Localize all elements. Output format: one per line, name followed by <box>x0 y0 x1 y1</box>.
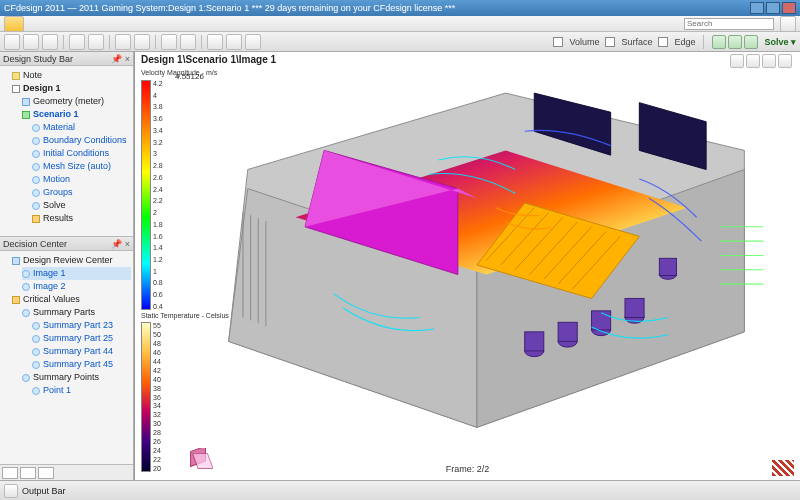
new-button[interactable] <box>4 34 20 50</box>
tree-design[interactable]: Design 1 <box>23 83 61 93</box>
points-icon <box>22 374 30 382</box>
ic-icon <box>32 150 40 158</box>
tree-results[interactable]: Results <box>43 213 73 223</box>
frame-indicator: Frame: 2/2 <box>446 464 490 474</box>
tree-sp23[interactable]: Summary Part 23 <box>43 320 113 330</box>
tree-summary-points[interactable]: Summary Points <box>33 372 99 382</box>
decision-header[interactable]: Decision Center 📌 × <box>0 237 133 251</box>
temperature-legend[interactable]: 5550484644424038363432302826242220 <box>141 322 171 472</box>
review-icon <box>12 257 20 265</box>
tree-initial[interactable]: Initial Conditions <box>43 148 109 158</box>
close-button[interactable] <box>782 2 796 14</box>
render-scene[interactable] <box>181 74 792 456</box>
redo-button[interactable] <box>88 34 104 50</box>
tree-summary-parts[interactable]: Summary Parts <box>33 307 95 317</box>
svg-rect-21 <box>625 298 644 317</box>
solve-label[interactable]: Solve ▾ <box>764 37 796 47</box>
tree-material[interactable]: Material <box>43 122 75 132</box>
window-title: CFdesign 2011 — 2011 Gaming System:Desig… <box>4 3 455 13</box>
results-button[interactable] <box>180 34 196 50</box>
tree-note[interactable]: Note <box>23 70 42 80</box>
solve-icon <box>32 202 40 210</box>
note-icon <box>12 72 20 80</box>
velocity-ticks: 4.243.83.63.43.232.82.62.42.221.81.61.41… <box>151 80 163 310</box>
surface-checkbox[interactable] <box>605 37 615 47</box>
maximize-button[interactable] <box>766 2 780 14</box>
3d-viewport[interactable]: Design 1\Scenario 1\Image 1 Velocity Mag… <box>134 52 800 480</box>
iso-button[interactable] <box>226 34 242 50</box>
parts-icon <box>22 309 30 317</box>
tree-scenario[interactable]: Scenario 1 <box>33 109 79 119</box>
output-toggle-icon[interactable] <box>4 484 18 498</box>
tree-image2[interactable]: Image 2 <box>33 281 66 291</box>
volume-checkbox[interactable] <box>553 37 563 47</box>
decision-tree[interactable]: Design Review Center Image 1 Image 2 Cri… <box>0 251 133 464</box>
vp-tool-4[interactable] <box>778 54 792 68</box>
temperature-ticks: 5550484644424038363432302826242220 <box>151 322 161 472</box>
part-icon <box>32 335 40 343</box>
tree-sp45[interactable]: Summary Part 45 <box>43 359 113 369</box>
critical-icon <box>12 296 20 304</box>
undo-button[interactable] <box>69 34 85 50</box>
save-button[interactable] <box>42 34 58 50</box>
tree-motion[interactable]: Motion <box>43 174 70 184</box>
tree-groups[interactable]: Groups <box>43 187 73 197</box>
minimize-button[interactable] <box>750 2 764 14</box>
view-button[interactable] <box>115 34 131 50</box>
part-icon <box>32 348 40 356</box>
solve-prev-button[interactable] <box>712 35 726 49</box>
tree-sp25[interactable]: Summary Part 25 <box>43 333 113 343</box>
design-tree[interactable]: Note Design 1 Geometry (meter) Scenario … <box>0 66 133 236</box>
edge-checkbox[interactable] <box>658 37 668 47</box>
tree-critical[interactable]: Critical Values <box>23 294 80 304</box>
panel-pin-icon[interactable]: 📌 × <box>111 54 130 64</box>
mesh-icon <box>32 163 40 171</box>
mesh-button[interactable] <box>161 34 177 50</box>
solve-play-button[interactable] <box>728 35 742 49</box>
design-icon <box>12 85 20 93</box>
decision-pin-icon[interactable]: 📌 × <box>111 239 130 249</box>
tree-review[interactable]: Design Review Center <box>23 255 113 265</box>
tree-solve[interactable]: Solve <box>43 200 66 210</box>
status-bar: Output Bar <box>0 480 800 500</box>
tree-mesh[interactable]: Mesh Size (auto) <box>43 161 111 171</box>
tree-geometry[interactable]: Geometry (meter) <box>33 96 104 106</box>
viewport-toolbar <box>730 54 792 68</box>
solve-next-button[interactable] <box>744 35 758 49</box>
output-bar-label[interactable]: Output Bar <box>22 486 66 496</box>
sidebar-tab-3[interactable] <box>38 467 54 479</box>
surface-label: Surface <box>621 37 652 47</box>
tree-point1[interactable]: Point 1 <box>43 385 71 395</box>
vendor-logo <box>772 460 794 476</box>
vp-tool-1[interactable] <box>730 54 744 68</box>
sidebar-tab-2[interactable] <box>20 467 36 479</box>
design-study-title: Design Study Bar <box>3 54 73 64</box>
temperature-colorbar <box>141 322 151 472</box>
edge-label: Edge <box>674 37 695 47</box>
trace-button[interactable] <box>245 34 261 50</box>
motion-icon <box>32 176 40 184</box>
sidebar-tabstrip <box>0 464 133 480</box>
open-button[interactable] <box>23 34 39 50</box>
velocity-legend[interactable]: 4.243.83.63.43.232.82.62.42.221.81.61.41… <box>141 80 171 310</box>
design-study-header[interactable]: Design Study Bar 📌 × <box>0 52 133 66</box>
camera-button[interactable] <box>134 34 150 50</box>
cutplane-button[interactable] <box>207 34 223 50</box>
velocity-colorbar <box>141 80 151 310</box>
help-icon[interactable] <box>780 16 796 32</box>
tree-boundary[interactable]: Boundary Conditions <box>43 135 127 145</box>
left-sidebar: Design Study Bar 📌 × Note Design 1 Geome… <box>0 52 134 480</box>
search-input[interactable] <box>684 18 774 30</box>
decision-center-panel: Decision Center 📌 × Design Review Center… <box>0 236 133 480</box>
orientation-triad[interactable] <box>185 448 213 476</box>
volume-label: Volume <box>569 37 599 47</box>
app-menu-button[interactable] <box>4 16 24 32</box>
vp-tool-2[interactable] <box>746 54 760 68</box>
point-icon <box>32 387 40 395</box>
tree-image1[interactable]: Image 1 <box>33 268 66 278</box>
vp-tool-3[interactable] <box>762 54 776 68</box>
decision-title: Decision Center <box>3 239 67 249</box>
groups-icon <box>32 189 40 197</box>
sidebar-tab-1[interactable] <box>2 467 18 479</box>
tree-sp44[interactable]: Summary Part 44 <box>43 346 113 356</box>
